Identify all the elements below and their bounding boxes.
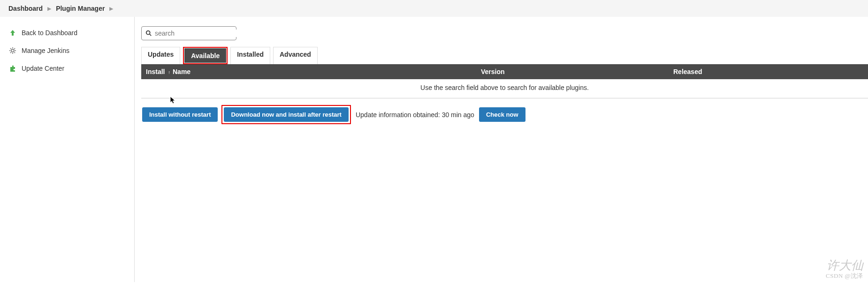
tab-advanced[interactable]: Advanced	[273, 47, 318, 64]
sidebar: Back to Dashboard Manage Jenkins Update …	[0, 17, 135, 282]
breadcrumb-item-plugin-manager[interactable]: Plugin Manager	[56, 5, 105, 12]
tabs: Updates Available Installed Advanced	[141, 47, 868, 64]
svg-point-0	[11, 49, 14, 52]
column-install[interactable]: Install ↑	[141, 68, 172, 75]
sort-arrow-icon: ↑	[168, 70, 170, 75]
tab-installed[interactable]: Installed	[230, 47, 270, 64]
column-released[interactable]: Released	[673, 68, 868, 75]
sidebar-item-update-center[interactable]: Update Center	[0, 60, 134, 77]
tab-updates[interactable]: Updates	[141, 47, 180, 64]
svg-point-1	[146, 31, 150, 35]
sidebar-item-label: Update Center	[22, 65, 64, 72]
sidebar-item-label: Manage Jenkins	[22, 47, 69, 54]
svg-line-2	[150, 34, 152, 36]
breadcrumb-item-dashboard[interactable]: Dashboard	[8, 5, 43, 12]
highlight-marker: Available	[183, 47, 228, 64]
search-box[interactable]	[141, 26, 236, 40]
empty-message: Use the search field above to search for…	[141, 79, 868, 98]
column-version[interactable]: Version	[481, 68, 673, 75]
chevron-right-icon: ▶	[47, 6, 51, 12]
tab-available[interactable]: Available	[184, 48, 226, 63]
sidebar-item-manage-jenkins[interactable]: Manage Jenkins	[0, 42, 134, 60]
download-install-after-restart-button[interactable]: Download now and install after restart	[224, 107, 348, 122]
action-bar: Install without restart Download now and…	[141, 98, 868, 124]
breadcrumb: Dashboard ▶ Plugin Manager ▶	[0, 0, 868, 17]
column-name[interactable]: Name	[172, 68, 481, 75]
chevron-right-icon: ▶	[109, 6, 113, 12]
column-label: Install	[146, 68, 165, 75]
update-info-text: Update information obtained: 30 min ago	[356, 111, 474, 119]
check-now-button[interactable]: Check now	[479, 107, 525, 122]
search-icon	[145, 30, 152, 37]
sidebar-item-label: Back to Dashboard	[22, 29, 77, 37]
sidebar-item-back-dashboard[interactable]: Back to Dashboard	[0, 24, 134, 42]
gear-icon	[8, 46, 17, 55]
main-content: Updates Available Installed Advanced Ins…	[135, 17, 868, 282]
install-without-restart-button[interactable]: Install without restart	[142, 107, 218, 122]
arrow-up-icon	[8, 29, 17, 37]
search-input[interactable]	[155, 30, 237, 37]
table-header: Install ↑ Name Version Released	[141, 64, 868, 79]
highlight-marker: Download now and install after restart	[221, 105, 350, 124]
puzzle-icon	[8, 64, 17, 73]
